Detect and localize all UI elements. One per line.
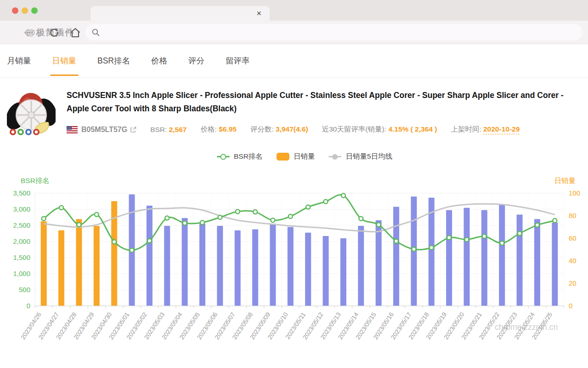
svg-text:2,000: 2,000 — [13, 237, 30, 245]
legend-line-marker — [328, 156, 341, 157]
x-axis-labels: 2023/04/262023/04/272023/04/282023/04/29… — [19, 311, 554, 341]
svg-text:0: 0 — [569, 302, 572, 310]
legend-label: BSR排名 — [234, 152, 263, 161]
refresh-icon[interactable] — [49, 27, 60, 38]
bar-2023/05/03[interactable] — [164, 226, 170, 306]
listing-date-value[interactable]: 2020-10-29 — [483, 125, 520, 134]
asin-text: B05M5LT57G — [81, 126, 127, 134]
svg-text:500: 500 — [19, 286, 30, 293]
legend-line-marker — [217, 156, 230, 157]
product-info-row: B05M5LT57G BSR: 2,567 价格: $6.95 评分数: 3,9… — [67, 125, 520, 134]
svg-text:40: 40 — [569, 257, 577, 264]
bar-2023/05/08[interactable] — [252, 229, 258, 306]
svg-text:1,500: 1,500 — [13, 253, 30, 261]
bar-2023/05/21[interactable] — [481, 210, 487, 306]
stat-review-rate: 近30天留评率(销量): 4.15% ( 2,364 ) — [322, 125, 437, 134]
maximize-window-button[interactable] — [31, 7, 38, 14]
metric-tabs: 月销量 日销量 BSR排名 价格 评分 留评率 — [0, 44, 588, 78]
bar-2023/05/07[interactable] — [235, 230, 241, 306]
svg-text:0: 0 — [27, 302, 30, 310]
bar-2023/05/15[interactable] — [376, 220, 382, 306]
close-tab-icon[interactable]: × — [256, 7, 261, 19]
stat-rating-count: 评分数: 3,947(4.6) — [250, 125, 308, 134]
bar-2023/05/24[interactable] — [534, 219, 540, 306]
svg-text:100: 100 — [569, 189, 580, 197]
legend-item-2[interactable]: 日销量 — [277, 152, 315, 161]
bar-2023/05/04[interactable] — [182, 218, 188, 306]
left-axis-ticks: 05001,0001,5002,0002,5003,0003,500 — [13, 189, 30, 310]
stat-listing-date: 上架时间: 2020-10-29 — [451, 125, 520, 134]
stat-bsr: BSR: 2,567 — [150, 126, 187, 134]
browser-tab[interactable]: × — [90, 6, 270, 21]
home-icon[interactable] — [70, 27, 81, 38]
svg-text:3,000: 3,000 — [13, 205, 30, 213]
svg-text:60: 60 — [569, 234, 577, 242]
legend-label: 日销量5日均线 — [345, 152, 392, 161]
sales-bsr-chart: 05001,0001,5002,0002,5003,0003,500020406… — [0, 174, 588, 368]
tab-monthly-sales[interactable]: 月销量 — [7, 44, 31, 77]
product-title: SCHVUSENR 3.5 Inch Apple Slicer - Profes… — [67, 89, 581, 115]
legend-bar-marker — [277, 153, 289, 161]
bar-2023/05/05[interactable] — [199, 224, 205, 306]
bar-2023/05/12[interactable] — [323, 236, 329, 306]
us-flag-icon — [67, 126, 78, 133]
bar-2023/05/25[interactable] — [552, 223, 558, 306]
browser-window: × @极简插件 月销量 日销量 BSR排名 价格 评分 留评率 — [0, 0, 588, 368]
bar-2023/05/19[interactable] — [446, 210, 452, 306]
bar-2023/05/23[interactable] — [517, 215, 523, 306]
right-axis-ticks: 020406080100 — [569, 189, 580, 310]
close-window-button[interactable] — [12, 7, 18, 14]
bar-2023/05/06[interactable] — [217, 226, 223, 306]
bar-2023/04/26[interactable] — [41, 221, 47, 306]
bar-2023/05/13[interactable] — [340, 238, 346, 306]
bar-2023/05/16[interactable] — [393, 207, 399, 306]
back-icon[interactable] — [23, 27, 34, 38]
bar-2023/05/14[interactable] — [358, 226, 364, 306]
minimize-window-button[interactable] — [22, 7, 28, 14]
legend-item-3[interactable]: 日销量5日均线 — [328, 152, 392, 161]
search-icon — [92, 29, 100, 36]
tab-bsr-rank[interactable]: BSR排名 — [97, 44, 130, 77]
right-axis-title: 日销量 — [554, 177, 576, 184]
legend-label: 日销量 — [294, 152, 315, 161]
svg-text:1,000: 1,000 — [13, 270, 30, 277]
product-image[interactable] — [7, 88, 56, 137]
tab-review-rate[interactable]: 留评率 — [226, 44, 250, 77]
svg-text:20: 20 — [569, 279, 577, 287]
bar-2023/04/27[interactable] — [58, 230, 64, 306]
svg-text:80: 80 — [569, 212, 577, 219]
browser-toolbar: @极简插件 — [0, 21, 588, 44]
tab-daily-sales[interactable]: 日销量 — [52, 44, 77, 77]
tab-price[interactable]: 价格 — [151, 44, 167, 77]
chart-legend: BSR排名日销量日销量5日均线 — [0, 152, 588, 161]
bar-2023/05/02[interactable] — [147, 206, 153, 306]
tab-strip: × — [0, 0, 588, 21]
bar-2023/05/22[interactable] — [499, 205, 505, 306]
bar-2023/05/11[interactable] — [305, 233, 311, 306]
stat-price: 价格: $6.95 — [200, 125, 236, 134]
bar-2023/05/10[interactable] — [288, 227, 294, 306]
active-tab-underline — [50, 75, 79, 76]
svg-text:3,500: 3,500 — [13, 189, 30, 197]
external-link-icon[interactable] — [130, 126, 136, 133]
left-axis-title: BSR排名 — [21, 177, 50, 184]
svg-text:2,500: 2,500 — [13, 221, 30, 229]
tab-rating[interactable]: 评分 — [188, 44, 204, 77]
bar-2023/04/28[interactable] — [76, 219, 82, 306]
address-bar[interactable] — [85, 24, 582, 40]
bar-2023/05/20[interactable] — [464, 208, 469, 306]
bar-2023/04/29[interactable] — [94, 226, 100, 306]
legend-item-1[interactable]: BSR排名 — [217, 152, 263, 161]
x-axis — [35, 306, 564, 308]
bar-2023/05/09[interactable] — [270, 224, 276, 306]
